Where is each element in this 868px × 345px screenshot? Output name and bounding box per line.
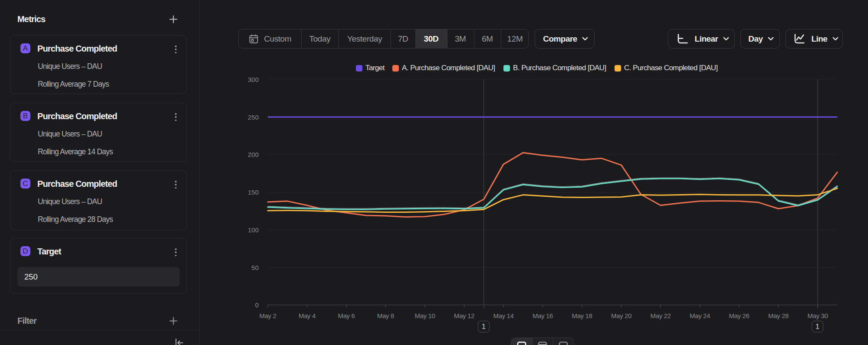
svg-text:May 28: May 28	[768, 312, 789, 319]
svg-text:200: 200	[248, 151, 259, 158]
svg-text:May 10: May 10	[415, 312, 435, 319]
svg-text:May 30: May 30	[808, 312, 828, 319]
svg-text:May 2: May 2	[260, 312, 276, 319]
svg-text:250: 250	[248, 114, 259, 121]
svg-text:50: 50	[251, 264, 259, 271]
svg-text:May 16: May 16	[533, 312, 553, 319]
svg-text:May 4: May 4	[299, 312, 316, 319]
svg-text:May 12: May 12	[454, 312, 474, 319]
svg-text:300: 300	[248, 76, 259, 83]
svg-text:May 22: May 22	[651, 312, 671, 319]
svg-text:May 24: May 24	[690, 312, 710, 319]
svg-text:May 14: May 14	[493, 312, 514, 319]
svg-text:May 20: May 20	[611, 312, 631, 319]
svg-text:100: 100	[248, 226, 259, 234]
svg-text:May 18: May 18	[572, 312, 592, 319]
svg-text:0: 0	[255, 301, 259, 309]
svg-text:150: 150	[248, 189, 259, 196]
svg-text:May 6: May 6	[338, 312, 355, 319]
svg-text:May 8: May 8	[377, 312, 394, 319]
svg-text:May 26: May 26	[729, 312, 750, 319]
